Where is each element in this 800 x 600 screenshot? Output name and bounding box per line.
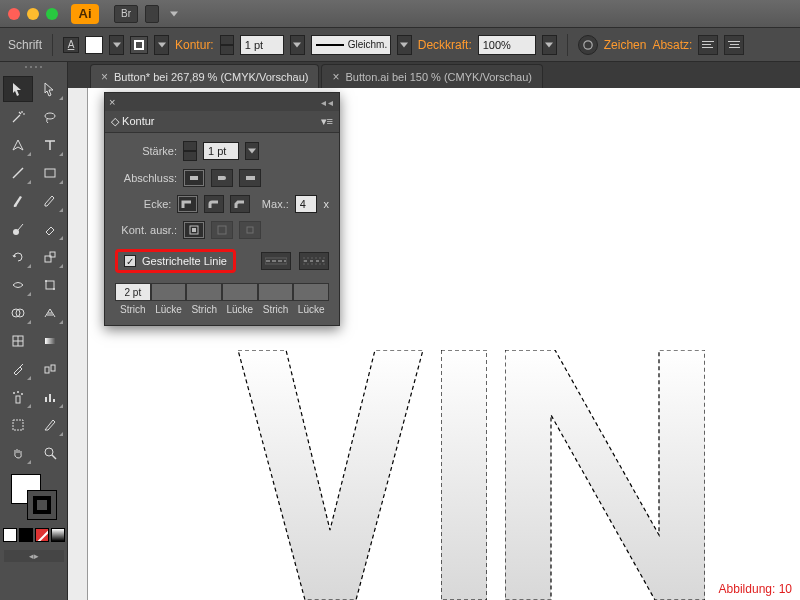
color-mode-none[interactable] bbox=[35, 528, 49, 542]
align-stroke-inside-button[interactable] bbox=[211, 221, 233, 239]
align-center-button[interactable] bbox=[724, 35, 744, 55]
opacity-input[interactable]: 100% bbox=[478, 35, 536, 55]
document-tab[interactable]: × Button.ai bei 150 % (CMYK/Vorschau) bbox=[321, 64, 543, 88]
corner-miter-button[interactable] bbox=[177, 195, 197, 213]
corner-bevel-button[interactable] bbox=[230, 195, 250, 213]
panel-header[interactable]: × ◂◂ bbox=[105, 93, 339, 111]
stroke-swatch[interactable] bbox=[130, 36, 148, 54]
cap-round-button[interactable] bbox=[211, 169, 233, 187]
recolor-artwork-button[interactable] bbox=[578, 35, 598, 55]
char-color-button[interactable]: A bbox=[63, 37, 79, 53]
miter-limit-input[interactable]: 4 bbox=[295, 195, 318, 213]
panel-title[interactable]: ◇ Kontur bbox=[111, 115, 154, 128]
dash-value-input[interactable]: 2 pt bbox=[115, 283, 151, 301]
gradient-tool[interactable] bbox=[35, 328, 65, 354]
artboard-tool[interactable] bbox=[3, 412, 33, 438]
artboard[interactable]: × ◂◂ ◇ Kontur ▾≡ Stärke: 1 pt Abschluss: bbox=[88, 88, 800, 600]
scale-tool[interactable] bbox=[35, 244, 65, 270]
direct-selection-tool[interactable] bbox=[35, 76, 65, 102]
line-tool[interactable] bbox=[3, 160, 33, 186]
stroke-weight-caret-icon[interactable] bbox=[290, 35, 305, 55]
selection-tool[interactable] bbox=[3, 76, 33, 102]
panel-weight-input[interactable]: 1 pt bbox=[203, 142, 239, 160]
color-mode-black[interactable] bbox=[19, 528, 33, 542]
window-close-button[interactable] bbox=[8, 8, 20, 20]
toolbox-collapse-button[interactable]: ◂▸ bbox=[4, 550, 64, 562]
free-transform-tool[interactable] bbox=[35, 272, 65, 298]
slice-tool[interactable] bbox=[35, 412, 65, 438]
zoom-tool[interactable] bbox=[35, 440, 65, 466]
workspace-menu-caret-icon[interactable] bbox=[166, 4, 181, 24]
pencil-tool[interactable] bbox=[35, 188, 65, 214]
document-tab[interactable]: × Button* bei 267,89 % (CMYK/Vorschau) bbox=[90, 64, 319, 88]
gap-value-input[interactable] bbox=[151, 283, 187, 301]
bridge-button[interactable]: Br bbox=[114, 5, 138, 23]
shape-builder-tool[interactable] bbox=[3, 300, 33, 326]
blend-tool[interactable] bbox=[35, 356, 65, 382]
panel-close-icon[interactable]: × bbox=[109, 96, 115, 108]
panel-grip-icon[interactable] bbox=[0, 66, 67, 72]
magic-wand-tool[interactable] bbox=[3, 104, 33, 130]
hand-tool[interactable] bbox=[3, 440, 33, 466]
color-mode-gradient[interactable] bbox=[51, 528, 65, 542]
stroke-label[interactable]: Kontur: bbox=[175, 38, 214, 52]
dash-preserve-exact-button[interactable] bbox=[261, 252, 291, 270]
corner-round-button[interactable] bbox=[204, 195, 224, 213]
width-tool[interactable] bbox=[3, 272, 33, 298]
cap-butt-button[interactable] bbox=[183, 169, 205, 187]
stroke-panel: × ◂◂ ◇ Kontur ▾≡ Stärke: 1 pt Abschluss: bbox=[104, 92, 340, 326]
mesh-tool[interactable] bbox=[3, 328, 33, 354]
type-tool[interactable] bbox=[35, 132, 65, 158]
panel-weight-stepper[interactable] bbox=[183, 141, 197, 161]
letter-v[interactable] bbox=[238, 350, 423, 600]
tab-close-icon[interactable]: × bbox=[332, 70, 339, 84]
dashed-line-checkbox[interactable]: ✓ bbox=[124, 255, 136, 267]
vertical-ruler[interactable] bbox=[68, 88, 88, 600]
fill-stroke-indicator[interactable] bbox=[11, 474, 57, 520]
rotate-tool[interactable] bbox=[3, 244, 33, 270]
eraser-tool[interactable] bbox=[35, 216, 65, 242]
window-minimize-button[interactable] bbox=[27, 8, 39, 20]
stroke-weight-input[interactable]: 1 pt bbox=[240, 35, 284, 55]
stroke-profile-caret-icon[interactable] bbox=[397, 35, 412, 55]
stroke-indicator[interactable] bbox=[27, 490, 57, 520]
column-graph-tool[interactable] bbox=[35, 384, 65, 410]
perspective-grid-tool[interactable] bbox=[35, 300, 65, 326]
opacity-label[interactable]: Deckkraft: bbox=[418, 38, 472, 52]
pen-tool[interactable] bbox=[3, 132, 33, 158]
letter-n[interactable] bbox=[505, 350, 705, 600]
fill-dropdown-caret-icon[interactable] bbox=[109, 35, 124, 55]
workspace-switcher-button[interactable] bbox=[145, 5, 159, 23]
paragraph-panel-link[interactable]: Absatz: bbox=[652, 38, 692, 52]
dash-value-input[interactable] bbox=[258, 283, 294, 301]
opacity-caret-icon[interactable] bbox=[542, 35, 557, 55]
eyedropper-tool[interactable] bbox=[3, 356, 33, 382]
tab-close-icon[interactable]: × bbox=[101, 70, 108, 84]
symbol-sprayer-tool[interactable] bbox=[3, 384, 33, 410]
panel-menu-icon[interactable]: ▾≡ bbox=[321, 115, 333, 128]
window-zoom-button[interactable] bbox=[46, 8, 58, 20]
dash-value-input[interactable] bbox=[186, 283, 222, 301]
stroke-profile-select[interactable]: Gleichm. bbox=[311, 35, 391, 55]
gap-value-input[interactable] bbox=[222, 283, 258, 301]
blob-brush-tool[interactable] bbox=[3, 216, 33, 242]
lasso-tool[interactable] bbox=[35, 104, 65, 130]
letter-i[interactable] bbox=[441, 350, 487, 600]
stroke-weight-stepper[interactable] bbox=[220, 35, 234, 55]
svg-rect-17 bbox=[51, 365, 55, 371]
rectangle-tool[interactable] bbox=[35, 160, 65, 186]
artwork-text-outlines[interactable] bbox=[238, 350, 705, 600]
paintbrush-tool[interactable] bbox=[3, 188, 33, 214]
color-mode-solid[interactable] bbox=[3, 528, 17, 542]
align-left-button[interactable] bbox=[698, 35, 718, 55]
fill-swatch[interactable] bbox=[85, 36, 103, 54]
dash-align-corners-button[interactable] bbox=[299, 252, 329, 270]
stroke-dropdown-caret-icon[interactable] bbox=[154, 35, 169, 55]
gap-value-input[interactable] bbox=[293, 283, 329, 301]
panel-weight-caret-icon[interactable] bbox=[245, 142, 259, 160]
panel-collapse-icon[interactable]: ◂◂ bbox=[321, 97, 335, 108]
cap-projecting-button[interactable] bbox=[239, 169, 261, 187]
align-stroke-center-button[interactable] bbox=[183, 221, 205, 239]
character-panel-link[interactable]: Zeichen bbox=[604, 38, 647, 52]
align-stroke-outside-button[interactable] bbox=[239, 221, 261, 239]
